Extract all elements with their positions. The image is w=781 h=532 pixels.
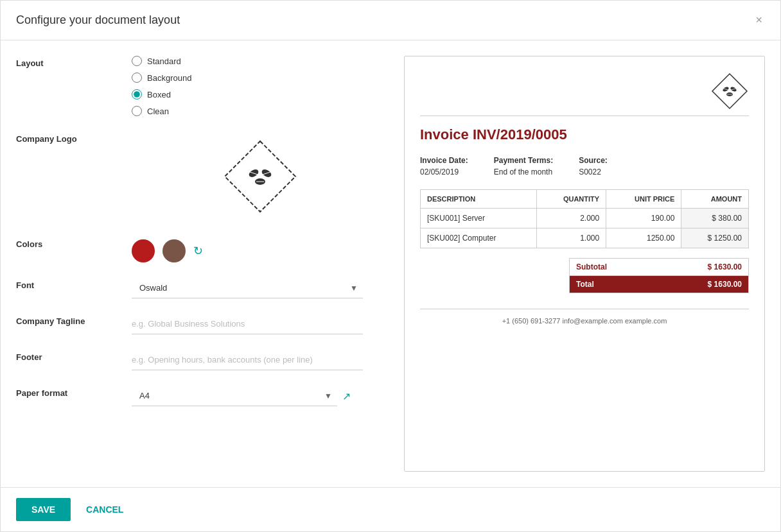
row2-unit-price: 1250.00 <box>606 228 681 248</box>
invoice-date-value: 02/05/2019 <box>420 167 468 176</box>
col-quantity: QUANTITY <box>536 190 606 209</box>
layout-label-boxed: Boxed <box>147 90 171 99</box>
font-select[interactable]: Oswald Roboto Open Sans Lato Montserrat <box>132 278 363 298</box>
configure-layout-dialog: Configure your document layout × Layout … <box>0 0 781 532</box>
company-logo-row: Company Logo <box>16 132 389 221</box>
invoice-preview-panel: Invoice INV/2019/0005 Invoice Date: 02/0… <box>404 56 765 472</box>
subtotal-label: Subtotal <box>576 262 607 271</box>
footer-row: Footer <box>16 350 389 370</box>
font-label: Font <box>16 278 132 290</box>
row1-quantity: 2.000 <box>536 209 606 228</box>
subtotal-row: Subtotal $ 1630.00 <box>569 258 749 276</box>
footer-label: Footer <box>16 350 132 362</box>
invoice-date-label: Invoice Date: <box>420 156 468 165</box>
invoice-date-group: Invoice Date: 02/05/2019 <box>420 156 468 176</box>
external-link-icon[interactable]: ↗ <box>342 390 351 402</box>
footer-input[interactable] <box>132 350 363 370</box>
invoice-table: DESCRIPTION QUANTITY UNIT PRICE AMOUNT [… <box>420 189 749 248</box>
company-logo-svg <box>222 138 299 215</box>
layout-options: Standard Background Boxed Clean <box>132 56 389 116</box>
row2-amount: $ 1250.00 <box>681 228 749 248</box>
row1-amount: $ 380.00 <box>681 209 749 228</box>
svg-marker-7 <box>712 74 747 108</box>
invoice-preview: Invoice INV/2019/0005 Invoice Date: 02/0… <box>405 56 764 471</box>
layout-label: Layout <box>16 56 132 68</box>
dialog-header: Configure your document layout × <box>1 1 780 40</box>
row1-description: [SKU001] Server <box>421 209 537 228</box>
footer-field-wrapper <box>132 350 389 370</box>
row1-unit-price: 190.00 <box>606 209 681 228</box>
source-group: Source: S0022 <box>579 156 608 176</box>
refresh-colors-button[interactable]: ↻ <box>193 244 203 258</box>
totals-inner: Subtotal $ 1630.00 Total $ 1630.00 <box>569 259 749 293</box>
total-row: Total $ 1630.00 <box>569 275 749 293</box>
paper-format-inner: A4 Letter Legal ▼ ↗ <box>132 386 389 406</box>
invoice-meta: Invoice Date: 02/05/2019 Payment Terms: … <box>420 156 749 176</box>
total-value: $ 1630.00 <box>708 280 742 289</box>
tagline-input[interactable] <box>132 314 363 334</box>
col-unit-price: UNIT PRICE <box>606 190 681 209</box>
source-value: S0022 <box>579 167 608 176</box>
table-row: [SKU001] Server 2.000 190.00 $ 380.00 <box>421 209 749 228</box>
total-label: Total <box>576 280 594 289</box>
row2-description: [SKU002] Computer <box>421 228 537 248</box>
close-button[interactable]: × <box>753 11 765 30</box>
layout-label-clean: Clean <box>147 107 169 116</box>
colors-label: Colors <box>16 237 132 249</box>
preview-footer: +1 (650) 691-3277 info@example.com examp… <box>420 309 749 325</box>
paper-select-wrapper: A4 Letter Legal ▼ <box>132 386 337 406</box>
tagline-label: Company Tagline <box>16 314 132 326</box>
layout-radio-background[interactable] <box>132 73 142 83</box>
paper-format-label: Paper format <box>16 386 132 398</box>
primary-color-picker[interactable] <box>132 239 155 262</box>
layout-label-background: Background <box>147 73 191 83</box>
cancel-button[interactable]: CANCEL <box>81 498 128 521</box>
secondary-color-picker[interactable] <box>162 239 186 262</box>
layout-option-boxed[interactable]: Boxed <box>132 89 389 99</box>
source-label: Source: <box>579 156 608 165</box>
layout-row: Layout Standard Background Boxed <box>16 56 389 116</box>
colors-controls: ↻ <box>132 239 389 262</box>
payment-terms-label: Payment Terms: <box>494 156 553 165</box>
layout-radio-boxed[interactable] <box>132 89 142 99</box>
payment-terms-group: Payment Terms: End of the month <box>494 156 553 176</box>
paper-format-select[interactable]: A4 Letter Legal <box>132 386 337 406</box>
payment-terms-value: End of the month <box>494 167 553 176</box>
totals-area: Subtotal $ 1630.00 Total $ 1630.00 <box>420 259 749 293</box>
col-amount: AMOUNT <box>681 190 749 209</box>
contact-info: +1 (650) 691-3277 info@example.com examp… <box>502 317 667 325</box>
paper-format-control: A4 Letter Legal ▼ ↗ <box>132 386 389 406</box>
tagline-field-wrapper <box>132 314 389 334</box>
logo-area[interactable] <box>132 132 389 221</box>
company-logo-label: Company Logo <box>16 132 132 144</box>
preview-divider <box>420 116 749 116</box>
invoice-title: Invoice INV/2019/0005 <box>420 126 749 143</box>
paper-format-row: Paper format A4 Letter Legal ▼ ↗ <box>16 386 389 406</box>
col-description: DESCRIPTION <box>421 190 537 209</box>
subtotal-value: $ 1630.00 <box>708 262 742 271</box>
tagline-row: Company Tagline <box>16 314 389 334</box>
layout-label-standard: Standard <box>147 56 181 66</box>
preview-logo-area <box>420 72 749 110</box>
layout-option-clean[interactable]: Clean <box>132 106 389 116</box>
layout-option-standard[interactable]: Standard <box>132 56 389 66</box>
layout-radio-clean[interactable] <box>132 106 142 116</box>
dialog-footer: SAVE CANCEL <box>1 487 780 531</box>
row2-quantity: 1.000 <box>536 228 606 248</box>
svg-marker-0 <box>225 141 295 212</box>
dialog-body: Layout Standard Background Boxed <box>1 40 780 487</box>
colors-row: Colors ↻ <box>16 237 389 262</box>
left-panel: Layout Standard Background Boxed <box>16 56 389 472</box>
font-row: Font Oswald Roboto Open Sans Lato Montse… <box>16 278 389 298</box>
table-row: [SKU002] Computer 1.000 1250.00 $ 1250.0… <box>421 228 749 248</box>
dialog-title: Configure your document layout <box>16 13 180 27</box>
save-button[interactable]: SAVE <box>16 498 71 521</box>
preview-logo <box>710 72 749 110</box>
layout-option-background[interactable]: Background <box>132 73 389 83</box>
font-select-wrapper: Oswald Roboto Open Sans Lato Montserrat … <box>132 278 389 298</box>
font-dropdown-wrapper: Oswald Roboto Open Sans Lato Montserrat … <box>132 278 363 298</box>
layout-radio-standard[interactable] <box>132 56 142 66</box>
